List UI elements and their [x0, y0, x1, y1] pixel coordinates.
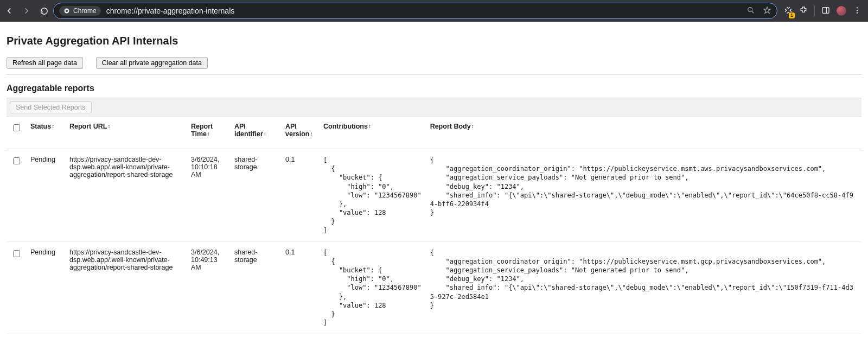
col-header-url[interactable]: Report URL↕ — [65, 117, 187, 149]
menu-icon[interactable] — [853, 6, 861, 16]
sort-icon: ↕ — [368, 123, 371, 129]
col-header-status[interactable]: Status↕ — [26, 117, 65, 149]
col-header-body[interactable]: Report Body↕ — [426, 117, 861, 149]
sort-icon: ↕ — [471, 123, 474, 129]
section-toolbar: Send Selected Reports — [7, 98, 861, 117]
sort-icon: ↕ — [310, 131, 312, 137]
extensions-icon[interactable] — [799, 6, 808, 16]
table-row: Pending https://privacy-sandcastle-dev-d… — [7, 241, 861, 334]
cell-api: shared-storage — [230, 149, 281, 242]
send-reports-button[interactable]: Send Selected Reports — [10, 101, 92, 113]
svg-point-2 — [748, 7, 752, 11]
cell-contrib: [ { "bucket": { "high": "0", "low": "123… — [319, 149, 426, 242]
toolbar-divider — [814, 6, 815, 16]
svg-rect-3 — [822, 7, 829, 13]
cell-body: { "aggregation_coordinator_origin": "htt… — [426, 241, 861, 334]
cell-contrib: [ { "bucket": { "high": "0", "low": "123… — [319, 241, 426, 334]
row-checkbox[interactable] — [13, 157, 20, 164]
svg-point-5 — [857, 9, 858, 10]
cell-status: Pending — [26, 149, 65, 242]
side-panel-icon[interactable] — [821, 6, 830, 16]
bookmark-icon[interactable] — [763, 6, 771, 16]
sort-icon: ↕ — [207, 131, 210, 137]
url-text: chrome://private-aggregation-internals — [106, 7, 235, 15]
select-all-checkbox[interactable] — [13, 124, 20, 131]
sort-icon: ↕ — [107, 123, 110, 129]
refresh-button[interactable]: Refresh all page data — [7, 57, 83, 69]
address-bar[interactable]: Chrome chrome://private-aggregation-inte… — [53, 3, 777, 19]
svg-point-6 — [857, 12, 858, 13]
site-chip[interactable]: Chrome — [59, 6, 101, 16]
row-checkbox[interactable] — [13, 250, 20, 257]
svg-point-4 — [857, 7, 858, 8]
col-header-time[interactable]: Report Time↕ — [187, 117, 230, 149]
back-icon[interactable] — [4, 6, 14, 16]
cell-status: Pending — [26, 241, 65, 334]
cell-time: 3/6/2024, 10:49:13 AM — [187, 241, 230, 334]
col-header-version[interactable]: API version↕ — [281, 117, 319, 149]
reload-icon[interactable] — [39, 6, 49, 16]
page-content: Private Aggregation API Internals Refres… — [0, 22, 868, 338]
col-header-contrib[interactable]: Contributions↕ — [319, 117, 426, 149]
sort-icon: ↕ — [52, 123, 54, 129]
divider — [7, 74, 861, 75]
forward-icon[interactable] — [22, 6, 31, 16]
col-header-api[interactable]: API identifier↕ — [230, 117, 281, 149]
zoom-icon[interactable] — [746, 6, 755, 16]
extensions-badge-icon[interactable] — [784, 6, 793, 16]
cell-url: https://privacy-sandcastle-dev-dsp.web.a… — [65, 149, 187, 242]
reports-table: Status↕ Report URL↕ Report Time↕ API ide… — [7, 117, 861, 334]
svg-point-1 — [66, 10, 68, 12]
cell-url: https://privacy-sandcastle-dev-dsp.web.a… — [65, 241, 187, 334]
avatar[interactable] — [837, 6, 846, 16]
sort-icon: ↕ — [264, 131, 266, 137]
cell-body: { "aggregation_coordinator_origin": "htt… — [426, 149, 861, 242]
cell-version: 0.1 — [281, 149, 319, 242]
site-chip-label: Chrome — [73, 7, 97, 15]
table-row: Pending https://privacy-sandcastle-dev-d… — [7, 149, 861, 242]
browser-toolbar: Chrome chrome://private-aggregation-inte… — [0, 0, 868, 22]
cell-version: 0.1 — [281, 241, 319, 334]
table-header-row: Status↕ Report URL↕ Report Time↕ API ide… — [7, 117, 861, 149]
section-heading: Aggregatable reports — [7, 84, 861, 93]
cell-api: shared-storage — [230, 241, 281, 334]
page-title: Private Aggregation API Internals — [7, 35, 861, 47]
chrome-icon — [63, 8, 70, 14]
cell-time: 3/6/2024, 10:10:18 AM — [187, 149, 230, 242]
clear-button[interactable]: Clear all private aggregation data — [96, 57, 208, 69]
